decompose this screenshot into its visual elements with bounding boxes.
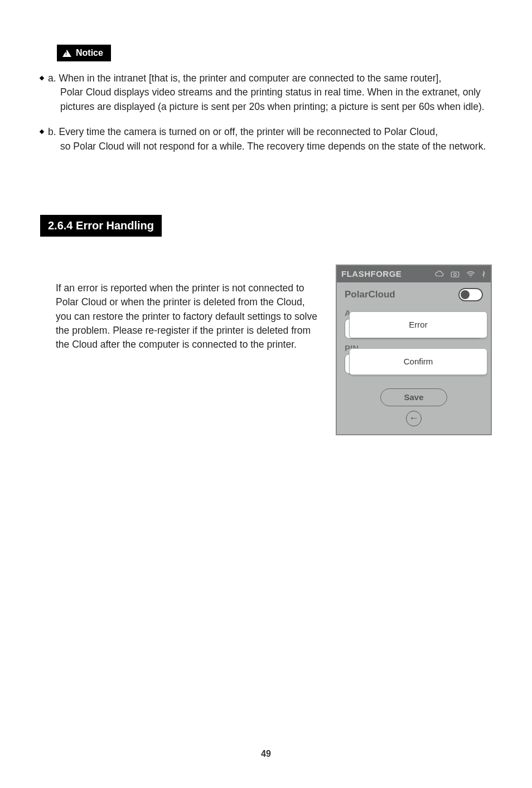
polarcloud-toggle[interactable] [458,288,483,301]
back-button[interactable]: ← [406,411,422,426]
svg-point-1 [454,273,457,276]
pin-label: PIN [345,343,483,353]
notice-a-line1: a. When in the intranet [that is, the pr… [48,73,441,84]
svg-point-2 [470,276,471,277]
section-heading: 2.6.4 Error Handling [40,215,162,237]
body-paragraph: If an error is reported when the printer… [40,265,322,352]
notice-badge: Notice [57,45,111,61]
account-label: Acc [345,308,483,318]
pin-field[interactable] [345,354,483,374]
notice-item-b: b. Every time the camera is turned on or… [40,125,492,153]
cloud-icon [434,270,444,278]
usb-icon [481,270,486,278]
warning-icon [62,50,71,57]
notice-b-line1: b. Every time the camera is turned on or… [48,126,438,137]
brand-label: FLASHFORGE [341,269,429,278]
notice-label: Notice [76,48,103,58]
notice-b-rest: so Polar Cloud will not respond for a wh… [48,140,492,153]
notice-item-a: a. When in the intranet [that is, the pr… [40,71,492,114]
wifi-icon [466,270,476,278]
notice-list: a. When in the intranet [that is, the pr… [40,71,492,153]
page-number: 49 [0,749,532,759]
device-statusbar: FLASHFORGE [337,266,491,282]
svg-rect-0 [451,272,459,277]
account-field[interactable] [345,319,483,339]
polarcloud-row: PolarCloud [337,282,491,305]
save-button[interactable]: Save [380,388,447,406]
device-screen: FLASHFORGE PolarCloud Acc PIN Error Conf… [336,265,492,435]
bullet-icon [40,76,44,80]
polarcloud-title: PolarCloud [345,289,395,300]
camera-icon [450,270,460,278]
notice-a-rest: Polar Cloud displays video streams and t… [48,85,492,114]
bullet-icon [40,129,44,134]
device-form: Acc PIN Error Confirm [337,305,491,382]
